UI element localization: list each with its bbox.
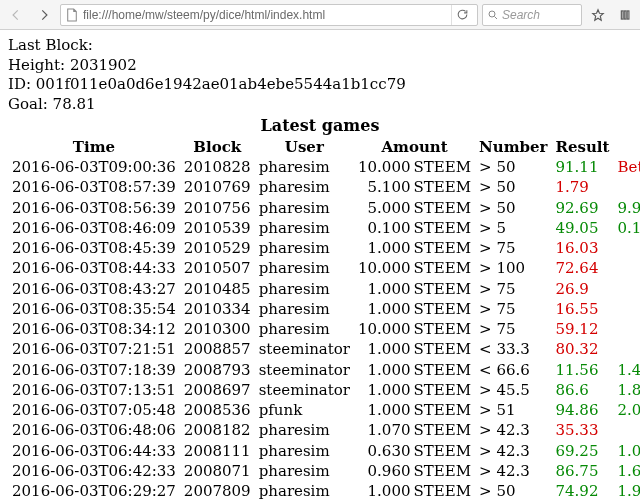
cell-block: 2008536	[180, 400, 255, 420]
cell-won: 9.9 STEEM	[614, 198, 641, 218]
cell-number: > 51	[475, 400, 551, 420]
col-user: User	[255, 137, 354, 157]
table-row: 2016-06-03T08:43:272010485pharesim1.000S…	[8, 279, 640, 299]
cell-time: 2016-06-03T07:13:51	[8, 380, 180, 400]
cell-result: 74.92	[552, 481, 614, 501]
cell-block: 2010334	[180, 299, 255, 319]
cell-user: pharesim	[255, 177, 354, 197]
cell-amount: 1.000	[354, 299, 413, 319]
forward-button[interactable]	[32, 3, 56, 27]
cell-block: 2010539	[180, 218, 255, 238]
cell-amount: 10.000	[354, 319, 413, 339]
cell-number: < 33.3	[475, 339, 551, 359]
cell-unit: STEEM	[413, 299, 476, 319]
cell-time: 2016-06-03T06:29:27	[8, 481, 180, 501]
cell-result: 69.25	[552, 441, 614, 461]
cell-result: 16.55	[552, 299, 614, 319]
svg-rect-3	[627, 10, 629, 18]
cell-time: 2016-06-03T07:21:51	[8, 339, 180, 359]
cell-unit: STEEM	[413, 420, 476, 440]
cell-amount: 1.000	[354, 380, 413, 400]
cell-user: pharesim	[255, 258, 354, 278]
cell-user: steeminator	[255, 380, 354, 400]
cell-won	[614, 339, 641, 359]
cell-amount: 10.000	[354, 258, 413, 278]
cell-result: 86.6	[552, 380, 614, 400]
cell-amount: 0.630	[354, 441, 413, 461]
cell-won	[614, 258, 641, 278]
cell-won: 0.104 STEEM	[614, 218, 641, 238]
cell-amount: 1.000	[354, 400, 413, 420]
cell-time: 2016-06-03T08:56:39	[8, 198, 180, 218]
cell-number: > 50	[475, 481, 551, 501]
cell-user: pharesim	[255, 481, 354, 501]
table-row: 2016-06-03T08:34:122010300pharesim10.000…	[8, 319, 640, 339]
search-input[interactable]: Search	[482, 4, 582, 26]
cell-time: 2016-06-03T09:00:36	[8, 157, 180, 177]
url-bar[interactable]: file:///home/mw/steem/py/dice/html/index…	[60, 4, 478, 26]
cell-won: 1.98 STEEM	[614, 481, 641, 501]
cell-unit: STEEM	[413, 238, 476, 258]
cell-result: 35.33	[552, 420, 614, 440]
url-text: file:///home/mw/steem/py/dice/html/index…	[83, 8, 451, 22]
table-row: 2016-06-03T08:57:392010769pharesim5.100S…	[8, 177, 640, 197]
cell-block: 2008071	[180, 461, 255, 481]
cell-unit: STEEM	[413, 218, 476, 238]
cell-time: 2016-06-03T08:45:39	[8, 238, 180, 258]
cell-number: > 5	[475, 218, 551, 238]
cell-number: > 42.3	[475, 441, 551, 461]
col-time: Time	[8, 137, 180, 157]
cell-number: > 100	[475, 258, 551, 278]
cell-number: > 75	[475, 279, 551, 299]
library-button[interactable]	[614, 3, 638, 27]
cell-time: 2016-06-03T08:35:54	[8, 299, 180, 319]
cell-time: 2016-06-03T07:05:48	[8, 400, 180, 420]
cell-won: 1.647 STEEM	[614, 461, 641, 481]
cell-user: pfunk	[255, 400, 354, 420]
height-line: Height: 2031902	[8, 56, 632, 76]
cell-block: 2010529	[180, 238, 255, 258]
table-row: 2016-06-03T06:44:332008111pharesim0.630S…	[8, 441, 640, 461]
browser-toolbar: file:///home/mw/steem/py/dice/html/index…	[0, 0, 640, 30]
search-placeholder: Search	[502, 8, 540, 22]
table-row: 2016-06-03T08:44:332010507pharesim10.000…	[8, 258, 640, 278]
cell-time: 2016-06-03T08:46:09	[8, 218, 180, 238]
cell-user: pharesim	[255, 198, 354, 218]
cell-number: > 75	[475, 238, 551, 258]
col-number: Number	[475, 137, 551, 157]
cell-block: 2010300	[180, 319, 255, 339]
cell-result: 94.86	[552, 400, 614, 420]
cell-unit: STEEM	[413, 198, 476, 218]
reload-button[interactable]	[451, 5, 473, 25]
cell-block: 2010507	[180, 258, 255, 278]
last-block-label: Last Block:	[8, 36, 632, 56]
cell-amount: 1.000	[354, 238, 413, 258]
cell-amount: 5.100	[354, 177, 413, 197]
cell-result: 72.64	[552, 258, 614, 278]
bookmark-button[interactable]	[586, 3, 610, 27]
cell-result: 16.03	[552, 238, 614, 258]
page-content: Last Block: Height: 2031902 ID: 001f011e…	[0, 30, 640, 501]
cell-result: 11.56	[552, 360, 614, 380]
cell-block: 2008857	[180, 339, 255, 359]
table-row: 2016-06-03T08:35:542010334pharesim1.000S…	[8, 299, 640, 319]
table-row: 2016-06-03T06:48:062008182pharesim1.070S…	[8, 420, 640, 440]
cell-unit: STEEM	[413, 360, 476, 380]
cell-user: pharesim	[255, 299, 354, 319]
cell-result: 80.32	[552, 339, 614, 359]
cell-result: 59.12	[552, 319, 614, 339]
height-value: 2031902	[70, 56, 137, 74]
cell-amount: 0.960	[354, 461, 413, 481]
back-button[interactable]	[4, 3, 28, 27]
cell-block: 2008697	[180, 380, 255, 400]
table-row: 2016-06-03T08:56:392010756pharesim5.000S…	[8, 198, 640, 218]
cell-number: > 45.5	[475, 380, 551, 400]
cell-number: < 66.6	[475, 360, 551, 380]
cell-number: > 75	[475, 299, 551, 319]
search-icon	[487, 9, 499, 21]
cell-won	[614, 319, 641, 339]
col-result: Result	[552, 137, 614, 157]
cell-amount: 1.070	[354, 420, 413, 440]
cell-result: 86.75	[552, 461, 614, 481]
cell-number: > 50	[475, 157, 551, 177]
